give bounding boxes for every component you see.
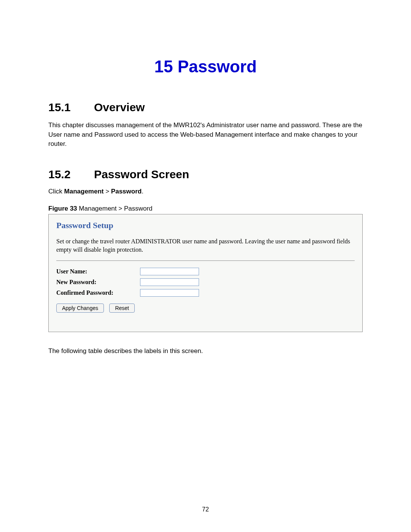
username-input[interactable] <box>140 268 199 275</box>
instruction-text: Click Management > Password. <box>48 188 363 195</box>
button-row: Apply Changes Reset <box>56 304 355 313</box>
section-title: Overview <box>94 101 145 113</box>
chapter-number: 15 <box>154 57 173 76</box>
reset-button[interactable]: Reset <box>109 304 135 313</box>
form-row-new-password: New Password: <box>56 278 355 286</box>
figure-screenshot: Password Setup Set or change the travel … <box>48 214 363 332</box>
section-heading-overview: 15.1Overview <box>48 101 363 114</box>
footer-text: The following table describes the labels… <box>48 347 363 355</box>
new-password-input[interactable] <box>140 278 199 286</box>
new-password-label: New Password: <box>56 279 140 286</box>
chapter-name: Password <box>178 57 257 76</box>
confirmed-password-input[interactable] <box>140 289 199 297</box>
divider <box>56 260 355 261</box>
password-setup-title: Password Setup <box>56 220 355 230</box>
instruction-management: Management <box>64 188 104 195</box>
instruction-sep: > <box>104 188 111 195</box>
instruction-prefix: Click <box>48 188 64 195</box>
confirmed-password-label: Confirmed Password: <box>56 289 140 296</box>
figure-title: Management > Password <box>77 205 153 212</box>
section-number: 15.2 <box>48 168 94 181</box>
chapter-title: 15 Password <box>48 57 363 76</box>
overview-body: This chapter discusses management of the… <box>48 121 363 149</box>
password-setup-description: Set or change the travel router ADMINIST… <box>56 237 355 254</box>
figure-label: Figure 33 <box>48 205 77 212</box>
username-label: User Name: <box>56 268 140 275</box>
instruction-password: Password <box>111 188 142 195</box>
section-title: Password Screen <box>94 168 189 181</box>
section-heading-password-screen: 15.2Password Screen <box>48 168 363 181</box>
section-number: 15.1 <box>48 101 94 114</box>
instruction-suffix: . <box>142 188 143 195</box>
figure-caption: Figure 33 Management > Password <box>48 205 363 212</box>
apply-changes-button[interactable]: Apply Changes <box>56 304 104 313</box>
page-number: 72 <box>0 506 411 513</box>
form-row-username: User Name: <box>56 268 355 275</box>
form-row-confirmed-password: Confirmed Password: <box>56 289 355 297</box>
